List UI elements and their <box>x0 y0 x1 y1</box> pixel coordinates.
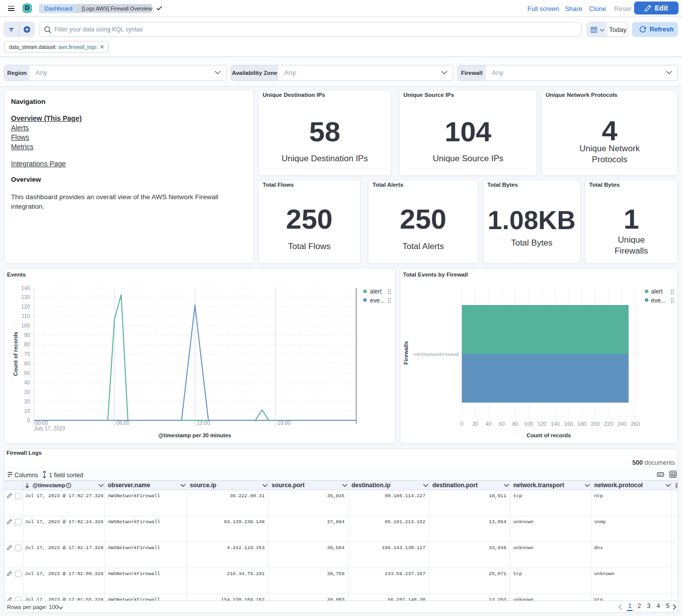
svg-text:50: 50 <box>24 370 30 376</box>
svg-text:120: 120 <box>21 304 30 309</box>
svg-text:20: 20 <box>472 421 478 427</box>
svg-text:180: 180 <box>578 421 587 427</box>
svg-text:160: 160 <box>564 421 573 427</box>
svg-text:140: 140 <box>551 421 560 427</box>
svg-text:110: 110 <box>21 313 30 319</box>
svg-text:0: 0 <box>27 417 30 423</box>
svg-text:06:00: 06:00 <box>116 420 129 426</box>
svg-text:100: 100 <box>524 421 533 427</box>
svg-text:12:00: 12:00 <box>197 420 210 426</box>
svg-text:40: 40 <box>24 379 30 385</box>
svg-text:20: 20 <box>24 398 30 404</box>
svg-text:200: 200 <box>591 421 600 427</box>
svg-text:90: 90 <box>24 332 30 338</box>
svg-text:eve...: eve... <box>651 297 666 304</box>
svg-text:Count of records: Count of records <box>12 332 18 376</box>
svg-text:30: 30 <box>24 389 30 395</box>
svg-text:80: 80 <box>512 421 518 427</box>
svg-text:120: 120 <box>538 421 547 427</box>
svg-text:70: 70 <box>24 351 30 357</box>
svg-text:100: 100 <box>21 322 30 328</box>
svg-text:July 17, 2023: July 17, 2023 <box>34 425 65 431</box>
svg-text:260: 260 <box>631 421 640 427</box>
svg-text:60: 60 <box>24 360 30 366</box>
svg-text:80: 80 <box>24 341 30 347</box>
svg-text:240: 240 <box>618 421 627 427</box>
svg-text:Count of records: Count of records <box>527 432 571 438</box>
svg-text:eve...: eve... <box>370 297 384 304</box>
svg-text:alert: alert <box>651 288 663 295</box>
svg-text:alert: alert <box>370 288 382 295</box>
svg-text:@timestamp per 30 minutes: @timestamp per 30 minutes <box>158 432 231 438</box>
svg-text:18:00: 18:00 <box>278 420 291 426</box>
svg-text:140: 140 <box>21 285 30 291</box>
svg-text:AWSNetworkFirewall: AWSNetworkFirewall <box>413 351 459 357</box>
svg-text:130: 130 <box>21 294 30 300</box>
svg-text:60: 60 <box>499 421 505 427</box>
svg-text:220: 220 <box>604 421 613 427</box>
svg-text:10: 10 <box>24 408 30 414</box>
svg-text:Firewalls: Firewalls <box>403 341 409 364</box>
svg-text:40: 40 <box>486 421 492 427</box>
svg-text:0: 0 <box>460 421 463 427</box>
